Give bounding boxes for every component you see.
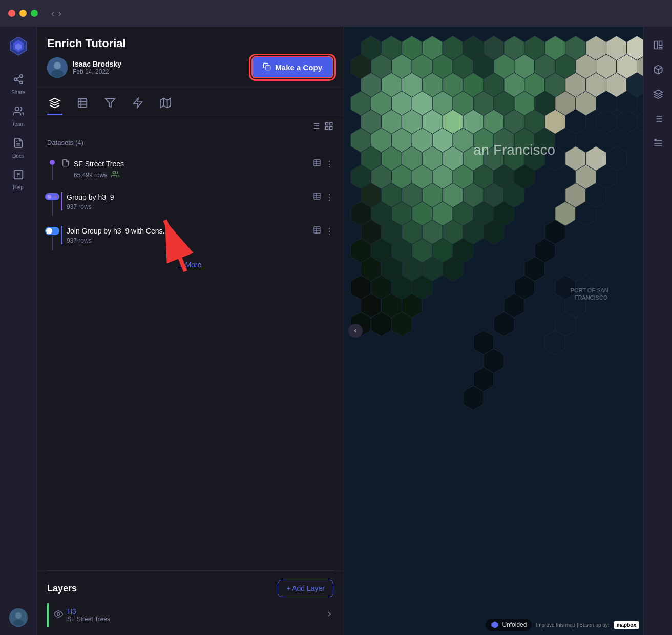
toggle-knob-3 bbox=[46, 228, 52, 234]
map-area[interactable]: an Francisco PORT OF SAN FRANCISCO Unfol… bbox=[344, 27, 643, 635]
collapse-panel-button[interactable] bbox=[348, 324, 363, 338]
dataset-sub-2: 937 rows bbox=[67, 203, 333, 210]
svg-marker-232 bbox=[492, 621, 498, 628]
dataset-more-icon-1[interactable]: ⋮ bbox=[325, 159, 333, 169]
right-tool-panels[interactable] bbox=[648, 35, 668, 55]
nav-forward-button[interactable]: › bbox=[58, 8, 61, 19]
main-panel: Enrich Tutorial Isaac Brodsky Feb 14, 20… bbox=[37, 27, 344, 635]
connector-dot-1 bbox=[50, 160, 55, 165]
team-icon bbox=[13, 105, 24, 119]
nav-back-button[interactable]: ‹ bbox=[51, 8, 54, 19]
svg-point-20 bbox=[51, 70, 64, 78]
svg-rect-235 bbox=[659, 47, 662, 49]
svg-rect-23 bbox=[78, 99, 87, 108]
dataset-rows-3: 937 rows bbox=[67, 237, 92, 244]
svg-rect-41 bbox=[330, 122, 332, 125]
team-shared-icon-1 bbox=[111, 170, 119, 180]
grid-view-icon[interactable] bbox=[324, 121, 333, 133]
dataset-doc-icon-1 bbox=[61, 159, 70, 169]
make-copy-button[interactable]: Make a Copy bbox=[251, 56, 333, 78]
dataset-table-icon-2[interactable] bbox=[313, 192, 321, 202]
right-tool-legend[interactable] bbox=[648, 109, 668, 129]
dataset-item-join: Join Group by h3_9 with Cens... bbox=[47, 220, 333, 255]
map-attribution: Unfolded Improve this map | Basemap by: … bbox=[486, 619, 639, 631]
connector-dot-2 bbox=[45, 193, 59, 200]
copy-icon bbox=[263, 62, 271, 72]
sidebar-item-help[interactable]: Help bbox=[3, 165, 34, 195]
app-logo[interactable] bbox=[7, 35, 30, 57]
dataset-more-icon-3[interactable]: ⋮ bbox=[325, 226, 333, 236]
list-view-icon[interactable] bbox=[311, 121, 320, 133]
connector-3 bbox=[47, 224, 57, 250]
panel-tabs bbox=[37, 87, 344, 115]
svg-point-8 bbox=[15, 107, 18, 111]
dataset-actions-2: ⋮ bbox=[313, 192, 333, 202]
svg-point-19 bbox=[54, 62, 61, 69]
dataset-name-1: SF Street Trees bbox=[74, 160, 124, 168]
layer-chevron-icon[interactable] bbox=[325, 610, 333, 620]
svg-marker-28 bbox=[134, 98, 142, 108]
tab-map[interactable] bbox=[158, 93, 173, 115]
svg-point-3 bbox=[19, 75, 23, 78]
svg-rect-53 bbox=[314, 227, 320, 233]
dataset-left-1: SF Street Trees bbox=[61, 159, 124, 169]
dataset-left-2: Group by h3_9 bbox=[67, 193, 114, 201]
svg-rect-49 bbox=[314, 193, 320, 199]
minimize-button[interactable] bbox=[19, 10, 27, 17]
user-info: Isaac Brodsky Feb 14, 2022 bbox=[47, 57, 121, 78]
dataset-item-group: Group by h3_9 bbox=[47, 186, 333, 220]
user-details: Isaac Brodsky Feb 14, 2022 bbox=[73, 60, 121, 75]
more-datasets-link[interactable]: 1 More bbox=[47, 255, 333, 275]
titlebar: ‹ › bbox=[0, 0, 672, 27]
tab-layers[interactable] bbox=[47, 93, 62, 115]
sidebar-item-docs[interactable]: Docs bbox=[3, 133, 34, 163]
team-label: Team bbox=[12, 121, 24, 127]
right-tool-timeline[interactable] bbox=[648, 133, 668, 154]
group-border: Group by h3_9 bbox=[61, 192, 333, 210]
connector-line-3 bbox=[52, 235, 53, 250]
sidebar-item-share[interactable]: Share bbox=[3, 70, 34, 99]
tab-lightning[interactable] bbox=[130, 93, 145, 115]
svg-point-17 bbox=[13, 620, 24, 626]
fullscreen-button[interactable] bbox=[31, 10, 38, 17]
user-avatar bbox=[47, 57, 68, 78]
layer-sub: SF Street Trees bbox=[67, 616, 110, 623]
dataset-left-3: Join Group by h3_9 with Cens... bbox=[67, 227, 169, 235]
layers-section: Layers + Add Layer H3 SF Street Trees bbox=[37, 571, 344, 635]
dataset-table-icon-3[interactable] bbox=[313, 226, 321, 236]
dataset-row-1: SF Street Trees bbox=[61, 159, 333, 169]
svg-rect-234 bbox=[659, 41, 662, 46]
close-button[interactable] bbox=[8, 10, 15, 17]
tab-table[interactable] bbox=[75, 93, 90, 115]
tab-filter[interactable] bbox=[102, 93, 118, 115]
left-sidebar: Share Team bbox=[0, 27, 37, 635]
svg-point-48 bbox=[113, 171, 116, 174]
mapbox-badge: mapbox bbox=[614, 621, 639, 629]
svg-point-5 bbox=[19, 81, 23, 84]
svg-point-57 bbox=[57, 613, 60, 616]
dataset-row-2: Group by h3_9 bbox=[67, 192, 333, 202]
sidebar-item-team[interactable]: Team bbox=[3, 101, 34, 131]
dataset-table-icon-1[interactable] bbox=[313, 159, 321, 169]
panel-header: Enrich Tutorial Isaac Brodsky Feb 14, 20… bbox=[37, 27, 344, 87]
connector-2 bbox=[47, 190, 57, 216]
nav-arrows: ‹ › bbox=[51, 8, 61, 19]
layer-item-h3[interactable]: H3 SF Street Trees bbox=[47, 603, 333, 627]
right-tool-effects[interactable] bbox=[648, 84, 668, 104]
share-label: Share bbox=[11, 90, 25, 95]
help-label: Help bbox=[13, 185, 24, 190]
right-tool-3d[interactable] bbox=[648, 59, 668, 80]
dataset-more-icon-2[interactable]: ⋮ bbox=[325, 193, 333, 202]
svg-point-4 bbox=[14, 78, 17, 81]
dataset-rows-1: 65,499 rows bbox=[74, 172, 107, 179]
svg-point-16 bbox=[15, 612, 22, 619]
dataset-content-2: Group by h3_9 bbox=[61, 190, 333, 213]
panel-meta: Isaac Brodsky Feb 14, 2022 Make a Copy bbox=[47, 56, 333, 78]
main-layout: Share Team bbox=[0, 27, 672, 635]
layer-details: H3 SF Street Trees bbox=[67, 607, 110, 623]
dataset-item-sf-street-trees: SF Street Trees bbox=[47, 153, 333, 186]
add-layer-button[interactable]: + Add Layer bbox=[278, 580, 333, 597]
dataset-actions-3: ⋮ bbox=[313, 226, 333, 236]
layer-eye-icon[interactable] bbox=[54, 609, 63, 621]
user-avatar-sidebar[interactable] bbox=[9, 608, 28, 627]
